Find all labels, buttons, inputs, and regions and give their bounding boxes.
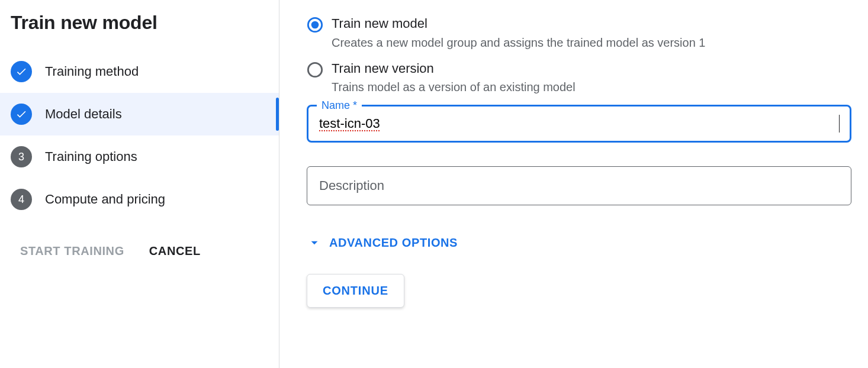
radio-unselected-icon[interactable]: [307, 62, 323, 78]
step-label: Model details: [45, 106, 122, 122]
svg-point-2: [308, 63, 322, 76]
radio-train-new-version[interactable]: Train new version Trains model as a vers…: [307, 60, 851, 95]
step-model-details[interactable]: Model details: [0, 93, 279, 135]
check-icon: [11, 104, 32, 125]
radio-train-new-model[interactable]: Train new model Creates a new model grou…: [307, 15, 851, 50]
sidebar: Train new model Training method Model de…: [0, 0, 279, 368]
radio-selected-icon[interactable]: [307, 17, 323, 33]
description-field[interactable]: [307, 166, 851, 205]
radio-title: Train new model: [332, 15, 705, 33]
radio-desc: Trains model as a version of an existing…: [332, 80, 576, 94]
step-label: Compute and pricing: [45, 192, 165, 207]
step-label: Training method: [45, 64, 139, 79]
step-training-options[interactable]: 3 Training options: [0, 135, 279, 178]
start-training-button: START TRAINING: [20, 244, 124, 258]
name-input[interactable]: [318, 115, 840, 132]
description-input[interactable]: [318, 177, 840, 194]
step-number-icon: 4: [11, 189, 32, 210]
advanced-options-label: ADVANCED OPTIONS: [329, 236, 458, 250]
svg-point-1: [311, 21, 319, 29]
chevron-down-icon: [307, 235, 322, 250]
radio-desc: Creates a new model group and assigns th…: [332, 36, 705, 50]
name-field[interactable]: Name *: [307, 105, 851, 143]
radio-title: Train new version: [332, 60, 576, 78]
sidebar-actions: START TRAINING CANCEL: [20, 244, 279, 258]
check-icon: [11, 61, 32, 82]
continue-button[interactable]: CONTINUE: [307, 274, 404, 308]
step-number-icon: 3: [11, 146, 32, 167]
step-training-method[interactable]: Training method: [0, 50, 279, 93]
name-label: Name *: [317, 99, 362, 112]
advanced-options-toggle[interactable]: ADVANCED OPTIONS: [307, 235, 458, 250]
text-caret: [839, 115, 840, 133]
page-title: Train new model: [11, 12, 279, 34]
step-label: Training options: [45, 149, 137, 164]
step-compute-pricing[interactable]: 4 Compute and pricing: [0, 178, 279, 221]
stepper: Training method Model details 3 Training…: [0, 50, 279, 221]
main-panel: Train new model Creates a new model grou…: [279, 0, 868, 368]
cancel-button[interactable]: CANCEL: [149, 244, 201, 258]
